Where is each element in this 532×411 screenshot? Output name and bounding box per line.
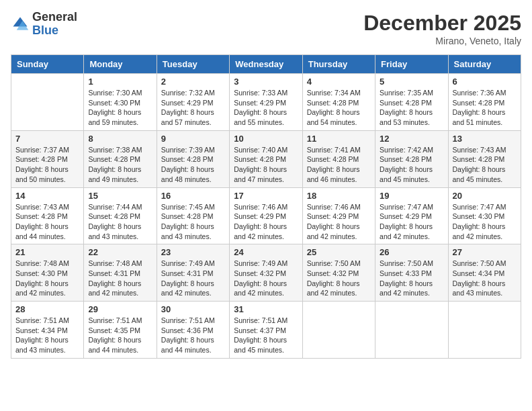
- weekday-header-friday: Friday: [375, 55, 448, 74]
- logo-blue: Blue: [32, 24, 77, 38]
- day-info: Sunrise: 7:37 AMSunset: 4:28 PMDaylight:…: [15, 145, 79, 185]
- calendar-cell: 15Sunrise: 7:44 AMSunset: 4:28 PMDayligh…: [84, 187, 157, 244]
- day-number: 21: [15, 247, 79, 257]
- calendar-cell: 8Sunrise: 7:38 AMSunset: 4:28 PMDaylight…: [84, 130, 157, 187]
- day-number: 27: [453, 247, 517, 257]
- day-number: 25: [307, 247, 371, 257]
- day-info: Sunrise: 7:41 AMSunset: 4:28 PMDaylight:…: [307, 145, 371, 185]
- day-info: Sunrise: 7:36 AMSunset: 4:28 PMDaylight:…: [453, 88, 517, 128]
- day-number: 24: [234, 247, 298, 257]
- calendar-cell: 31Sunrise: 7:51 AMSunset: 4:37 PMDayligh…: [230, 302, 302, 359]
- day-info: Sunrise: 7:30 AMSunset: 4:30 PMDaylight:…: [88, 88, 152, 128]
- day-number: 19: [380, 191, 443, 201]
- day-number: 23: [161, 247, 225, 257]
- calendar-cell: 27Sunrise: 7:50 AMSunset: 4:34 PMDayligh…: [448, 244, 521, 302]
- day-number: 1: [88, 77, 152, 87]
- calendar-cell: 6Sunrise: 7:36 AMSunset: 4:28 PMDaylight…: [448, 74, 521, 131]
- weekday-header-sunday: Sunday: [11, 55, 84, 74]
- day-info: Sunrise: 7:47 AMSunset: 4:30 PMDaylight:…: [453, 202, 517, 242]
- day-number: 22: [88, 247, 152, 257]
- calendar-cell: 7Sunrise: 7:37 AMSunset: 4:28 PMDaylight…: [11, 130, 84, 187]
- weekday-header-tuesday: Tuesday: [157, 55, 229, 74]
- day-number: 8: [88, 134, 152, 144]
- day-info: Sunrise: 7:44 AMSunset: 4:28 PMDaylight:…: [88, 202, 152, 242]
- day-info: Sunrise: 7:39 AMSunset: 4:28 PMDaylight:…: [161, 145, 225, 185]
- calendar-cell: 26Sunrise: 7:50 AMSunset: 4:33 PMDayligh…: [375, 244, 448, 302]
- calendar-cell: 29Sunrise: 7:51 AMSunset: 4:35 PMDayligh…: [84, 302, 157, 359]
- day-number: 29: [88, 304, 152, 314]
- location: Mirano, Veneto, Italy: [363, 36, 521, 46]
- calendar-cell: [302, 302, 375, 359]
- calendar-cell: 19Sunrise: 7:47 AMSunset: 4:29 PMDayligh…: [375, 187, 448, 244]
- day-info: Sunrise: 7:48 AMSunset: 4:30 PMDaylight:…: [15, 259, 79, 298]
- calendar-cell: 11Sunrise: 7:41 AMSunset: 4:28 PMDayligh…: [302, 130, 375, 187]
- day-info: Sunrise: 7:35 AMSunset: 4:28 PMDaylight:…: [380, 88, 443, 128]
- day-number: 28: [15, 304, 79, 314]
- calendar-cell: 21Sunrise: 7:48 AMSunset: 4:30 PMDayligh…: [11, 244, 84, 302]
- day-info: Sunrise: 7:40 AMSunset: 4:28 PMDaylight:…: [234, 145, 298, 185]
- day-info: Sunrise: 7:47 AMSunset: 4:29 PMDaylight:…: [380, 202, 443, 242]
- calendar: SundayMondayTuesdayWednesdayThursdayFrid…: [11, 54, 521, 359]
- day-number: 14: [15, 191, 79, 201]
- day-number: 3: [234, 77, 298, 87]
- logo-text: General Blue: [32, 11, 77, 38]
- day-info: Sunrise: 7:33 AMSunset: 4:29 PMDaylight:…: [234, 88, 298, 128]
- calendar-cell: 17Sunrise: 7:46 AMSunset: 4:29 PMDayligh…: [230, 187, 302, 244]
- calendar-cell: 2Sunrise: 7:32 AMSunset: 4:29 PMDaylight…: [157, 74, 229, 131]
- calendar-cell: 24Sunrise: 7:49 AMSunset: 4:32 PMDayligh…: [230, 244, 302, 302]
- day-number: 30: [161, 304, 225, 314]
- weekday-header-wednesday: Wednesday: [230, 55, 302, 74]
- day-info: Sunrise: 7:32 AMSunset: 4:29 PMDaylight:…: [161, 88, 225, 128]
- weekday-header-saturday: Saturday: [448, 55, 521, 74]
- day-number: 10: [234, 134, 298, 144]
- logo: General Blue: [11, 11, 77, 38]
- day-number: 7: [15, 134, 79, 144]
- day-number: 12: [380, 134, 443, 144]
- day-info: Sunrise: 7:50 AMSunset: 4:33 PMDaylight:…: [380, 259, 443, 298]
- day-info: Sunrise: 7:49 AMSunset: 4:32 PMDaylight:…: [234, 259, 298, 298]
- day-number: 9: [161, 134, 225, 144]
- calendar-cell: 16Sunrise: 7:45 AMSunset: 4:28 PMDayligh…: [157, 187, 229, 244]
- calendar-cell: [375, 302, 448, 359]
- calendar-cell: 30Sunrise: 7:51 AMSunset: 4:36 PMDayligh…: [157, 302, 229, 359]
- day-info: Sunrise: 7:49 AMSunset: 4:31 PMDaylight:…: [161, 259, 225, 298]
- day-number: 18: [307, 191, 371, 201]
- calendar-cell: 20Sunrise: 7:47 AMSunset: 4:30 PMDayligh…: [448, 187, 521, 244]
- calendar-cell: 1Sunrise: 7:30 AMSunset: 4:30 PMDaylight…: [84, 74, 157, 131]
- day-number: 2: [161, 77, 225, 87]
- calendar-cell: 18Sunrise: 7:46 AMSunset: 4:29 PMDayligh…: [302, 187, 375, 244]
- day-number: 17: [234, 191, 298, 201]
- calendar-cell: 25Sunrise: 7:50 AMSunset: 4:32 PMDayligh…: [302, 244, 375, 302]
- day-info: Sunrise: 7:48 AMSunset: 4:31 PMDaylight:…: [88, 259, 152, 298]
- calendar-cell: 14Sunrise: 7:43 AMSunset: 4:28 PMDayligh…: [11, 187, 84, 244]
- calendar-cell: 3Sunrise: 7:33 AMSunset: 4:29 PMDaylight…: [230, 74, 302, 131]
- day-info: Sunrise: 7:45 AMSunset: 4:28 PMDaylight:…: [161, 202, 225, 242]
- weekday-header-monday: Monday: [84, 55, 157, 74]
- calendar-cell: 9Sunrise: 7:39 AMSunset: 4:28 PMDaylight…: [157, 130, 229, 187]
- calendar-cell: [11, 74, 84, 131]
- calendar-cell: 10Sunrise: 7:40 AMSunset: 4:28 PMDayligh…: [230, 130, 302, 187]
- day-info: Sunrise: 7:42 AMSunset: 4:28 PMDaylight:…: [380, 145, 443, 185]
- day-info: Sunrise: 7:38 AMSunset: 4:28 PMDaylight:…: [88, 145, 152, 185]
- day-number: 11: [307, 134, 371, 144]
- day-number: 15: [88, 191, 152, 201]
- calendar-cell: 12Sunrise: 7:42 AMSunset: 4:28 PMDayligh…: [375, 130, 448, 187]
- day-number: 5: [380, 77, 443, 87]
- calendar-cell: 23Sunrise: 7:49 AMSunset: 4:31 PMDayligh…: [157, 244, 229, 302]
- day-number: 20: [453, 191, 517, 201]
- month-title: December 2025: [363, 11, 521, 36]
- day-info: Sunrise: 7:51 AMSunset: 4:36 PMDaylight:…: [161, 316, 225, 355]
- calendar-cell: 5Sunrise: 7:35 AMSunset: 4:28 PMDaylight…: [375, 74, 448, 131]
- day-number: 13: [453, 134, 517, 144]
- calendar-cell: [448, 302, 521, 359]
- calendar-cell: 13Sunrise: 7:43 AMSunset: 4:28 PMDayligh…: [448, 130, 521, 187]
- day-number: 26: [380, 247, 443, 257]
- day-info: Sunrise: 7:51 AMSunset: 4:35 PMDaylight:…: [88, 316, 152, 355]
- title-area: December 2025 Mirano, Veneto, Italy: [363, 11, 521, 46]
- calendar-cell: 22Sunrise: 7:48 AMSunset: 4:31 PMDayligh…: [84, 244, 157, 302]
- day-info: Sunrise: 7:51 AMSunset: 4:37 PMDaylight:…: [234, 316, 298, 355]
- day-info: Sunrise: 7:50 AMSunset: 4:32 PMDaylight:…: [307, 259, 371, 298]
- day-info: Sunrise: 7:46 AMSunset: 4:29 PMDaylight:…: [234, 202, 298, 242]
- day-number: 31: [234, 304, 298, 314]
- day-info: Sunrise: 7:46 AMSunset: 4:29 PMDaylight:…: [307, 202, 371, 242]
